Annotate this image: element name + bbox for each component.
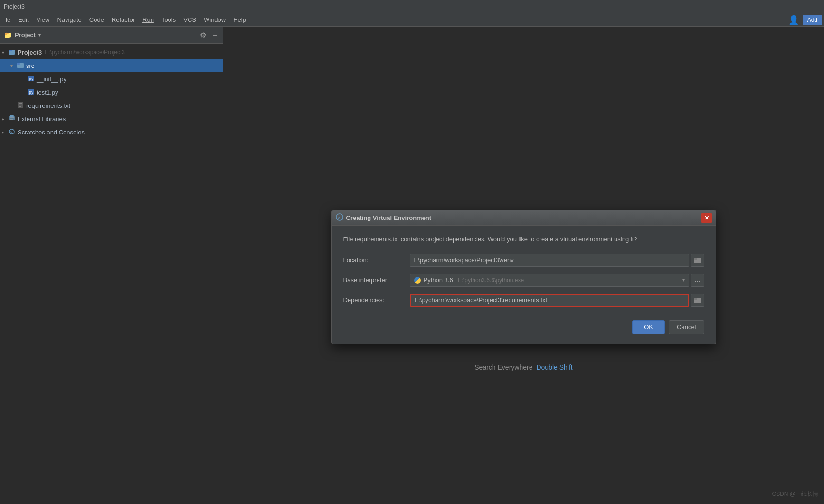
title-bar: Project3 xyxy=(0,0,824,13)
panel-title-text: Project xyxy=(15,31,36,38)
svg-rect-3 xyxy=(17,63,20,65)
tree-src[interactable]: ▾ src xyxy=(0,59,223,72)
init-py-label: __init__.py xyxy=(37,76,66,83)
svg-text:py: py xyxy=(29,77,34,81)
project3-path: E:\pycharm\workspace\Project3 xyxy=(45,49,125,56)
panel-header: 📁 Project ▾ ⚙ − xyxy=(0,27,223,44)
dependencies-input[interactable] xyxy=(410,294,689,307)
menu-navigate[interactable]: Navigate xyxy=(53,14,85,25)
ok-button[interactable]: OK xyxy=(632,320,665,334)
svg-text:>_: >_ xyxy=(10,130,15,134)
dialog-title-left: >_ Creating Virtual Environment xyxy=(336,213,432,222)
svg-rect-13 xyxy=(10,115,14,117)
select-arrow-icon: ▾ xyxy=(682,277,685,283)
watermark: CSDN @一纸长情 xyxy=(772,490,818,498)
dialog-overlay: >_ Creating Virtual Environment ✕ File r… xyxy=(223,27,824,504)
menu-refactor[interactable]: Refactor xyxy=(108,14,139,25)
dependencies-label: Dependencies: xyxy=(343,296,410,304)
menu-window[interactable]: Window xyxy=(200,14,229,25)
tree-external-libs[interactable]: ▸ External Libraries xyxy=(0,112,223,125)
txt-icon xyxy=(17,102,24,110)
create-venv-dialog: >_ Creating Virtual Environment ✕ File r… xyxy=(331,210,716,344)
location-label: Location: xyxy=(343,257,410,264)
menu-edit[interactable]: Edit xyxy=(14,14,32,25)
menu-help[interactable]: Help xyxy=(229,14,250,25)
src-folder-icon xyxy=(17,62,24,69)
expand-arrow: ▾ xyxy=(2,50,9,55)
interpreter-path: E:\python3.6.6\python.exe xyxy=(458,277,524,284)
dependencies-browse-button[interactable] xyxy=(691,294,704,307)
project3-label: Project3 xyxy=(18,49,42,56)
external-libs-label: External Libraries xyxy=(18,115,66,123)
expand-arrow-src: ▾ xyxy=(10,63,17,68)
scratches-label: Scratches and Consoles xyxy=(18,129,85,136)
folder-icon: 📁 xyxy=(4,31,12,39)
dialog-title-text: Creating Virtual Environment xyxy=(346,214,432,221)
tree-requirements[interactable]: ▸ requirements.txt xyxy=(0,99,223,112)
menu-bar: le Edit View Navigate Code Refactor Run … xyxy=(0,13,824,27)
dialog-titlebar: >_ Creating Virtual Environment ✕ xyxy=(332,210,716,226)
dialog-footer: OK Cancel xyxy=(343,315,704,334)
svg-text:py: py xyxy=(29,90,34,95)
dependencies-row: Dependencies: xyxy=(343,294,704,307)
expand-arrow-libs: ▸ xyxy=(2,116,9,122)
interpreter-select-text: Python 3.6 E:\python3.6.6\python.exe xyxy=(414,276,524,284)
svg-rect-23 xyxy=(694,298,697,300)
menu-view[interactable]: View xyxy=(33,14,54,25)
svg-text:>_: >_ xyxy=(338,215,343,220)
svg-rect-12 xyxy=(9,116,15,120)
requirements-label: requirements.txt xyxy=(26,102,70,109)
chevron-down-icon[interactable]: ▾ xyxy=(38,32,41,38)
location-row: Location: xyxy=(343,254,704,267)
menu-tools[interactable]: Tools xyxy=(158,14,180,25)
menu-file[interactable]: le xyxy=(2,14,14,25)
tree-init-py[interactable]: ▸ py __init__.py xyxy=(0,72,223,86)
account-icon[interactable]: 👤 xyxy=(788,15,799,25)
test1-py-label: test1.py xyxy=(37,89,58,96)
location-input[interactable] xyxy=(410,254,689,267)
location-browse-button[interactable] xyxy=(691,254,704,267)
src-label: src xyxy=(26,62,34,69)
interpreter-label: Base interpreter: xyxy=(343,276,410,284)
interpreter-select[interactable]: Python 3.6 E:\python3.6.6\python.exe ▾ xyxy=(410,274,689,287)
dialog-body: File requirements.txt contains project d… xyxy=(332,226,716,343)
interpreter-value: Python 3.6 xyxy=(424,276,453,284)
library-icon xyxy=(9,115,15,123)
dialog-message: File requirements.txt contains project d… xyxy=(343,235,704,244)
expand-arrow-scratch: ▸ xyxy=(2,130,9,135)
menu-run[interactable]: Run xyxy=(139,14,158,25)
dialog-close-button[interactable]: ✕ xyxy=(701,213,712,223)
content-area: Search Everywhere Double Shift >_ Creati xyxy=(223,27,824,504)
svg-rect-21 xyxy=(694,258,697,260)
tree-scratches[interactable]: ▸ >_ Scratches and Consoles xyxy=(0,125,223,139)
location-input-wrap xyxy=(410,254,704,267)
py-icon2: py xyxy=(28,88,34,96)
svg-rect-1 xyxy=(9,50,12,51)
tree-project3[interactable]: ▾ Project3 E:\pycharm\workspace\Project3 xyxy=(0,46,223,59)
interpreter-more-button[interactable]: ... xyxy=(691,274,704,287)
menu-vcs[interactable]: VCS xyxy=(180,14,200,25)
py-icon: py xyxy=(28,75,34,83)
add-account-button[interactable]: Add xyxy=(803,15,822,25)
title-bar-title: Project3 xyxy=(4,3,25,10)
python-icon xyxy=(414,277,421,284)
project-tree: ▾ Project3 E:\pycharm\workspace\Project3… xyxy=(0,44,223,504)
interpreter-input-wrap: Python 3.6 E:\python3.6.6\python.exe ▾ .… xyxy=(410,274,704,287)
dialog-title-icon: >_ xyxy=(336,213,343,222)
tree-test1-py[interactable]: ▸ py test1.py xyxy=(0,86,223,99)
sidebar: 📁 Project ▾ ⚙ − ▾ Project3 E:\pycharm\wo… xyxy=(0,27,223,504)
project-root-icon xyxy=(9,48,15,57)
menu-code[interactable]: Code xyxy=(85,14,108,25)
settings-icon[interactable]: ⚙ xyxy=(198,30,208,40)
minimize-icon[interactable]: − xyxy=(211,30,219,40)
interpreter-row: Base interpreter: Python 3.6 E:\python3.… xyxy=(343,274,704,287)
scratch-icon: >_ xyxy=(9,128,15,136)
panel-title: 📁 Project ▾ xyxy=(4,31,41,39)
cancel-button[interactable]: Cancel xyxy=(669,320,704,334)
main-layout: 📁 Project ▾ ⚙ − ▾ Project3 E:\pycharm\wo… xyxy=(0,27,824,504)
dependencies-input-wrap xyxy=(410,294,704,307)
panel-actions: ⚙ − xyxy=(198,30,219,40)
